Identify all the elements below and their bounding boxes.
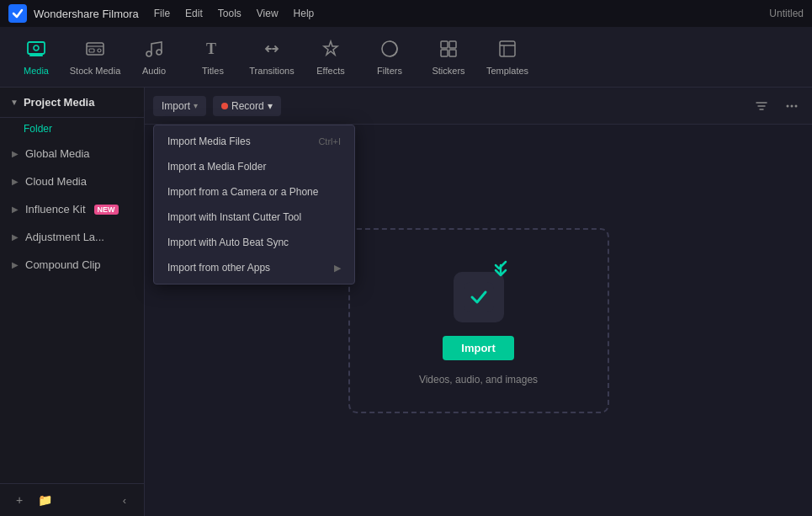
svg-rect-14 (441, 50, 448, 56)
svg-point-19 (795, 104, 798, 107)
import-drop-button[interactable]: Import (443, 336, 513, 360)
filters-icon (379, 39, 400, 62)
sidebar-item-influence-label: Influence Kit (25, 203, 86, 215)
titles-icon: T (203, 39, 223, 62)
templates-icon (497, 39, 517, 62)
tool-titles[interactable]: T Titles (183, 30, 242, 84)
import-dropdown-menu: Import Media Files Ctrl+I Import a Media… (153, 125, 355, 285)
sidebar-item-global-media[interactable]: ▶ Global Media (0, 140, 144, 168)
sidebar-item-adjustment-label: Adjustment La... (25, 231, 104, 243)
svg-rect-3 (29, 55, 43, 56)
tool-media-label: Media (24, 66, 49, 76)
import-camera-phone-item[interactable]: Import from a Camera or a Phone (154, 179, 354, 205)
app-logo (8, 4, 27, 23)
svg-rect-16 (500, 41, 515, 56)
effects-icon (321, 39, 341, 62)
arrow-down-icon (489, 255, 512, 285)
svg-marker-10 (324, 41, 337, 55)
import-button-label: Import (162, 100, 190, 112)
menu-tools[interactable]: Tools (218, 8, 241, 19)
content-toolbar: Import ▾ Record ▾ (145, 88, 812, 125)
svg-rect-12 (441, 41, 448, 48)
tool-filters[interactable]: Filters (360, 30, 419, 84)
sidebar-folder-label[interactable]: Folder (0, 118, 144, 140)
svg-rect-20 (464, 282, 494, 312)
transitions-icon (262, 39, 282, 62)
record-dot-icon (221, 103, 228, 109)
menu-view[interactable]: View (257, 8, 279, 19)
tool-effects-label: Effects (316, 66, 344, 76)
title-bar: Wondershare Filmora File Edit Tools View… (0, 0, 812, 27)
tool-templates-label: Templates (486, 66, 528, 76)
tool-stock-media[interactable]: Stock Media (66, 30, 125, 84)
import-media-files-shortcut: Ctrl+I (318, 136, 341, 146)
more-options-button[interactable] (780, 94, 804, 118)
add-folder-button[interactable]: + (10, 491, 29, 509)
sidebar-item-cloud-media[interactable]: ▶ Cloud Media (0, 168, 144, 195)
svg-point-8 (157, 50, 162, 55)
tool-transitions-label: Transitions (249, 66, 294, 76)
svg-rect-15 (449, 50, 456, 56)
import-other-apps-submenu-arrow: ▶ (334, 263, 341, 274)
svg-rect-1 (28, 42, 45, 54)
record-button[interactable]: Record ▾ (213, 96, 281, 116)
influence-kit-badge: NEW (94, 205, 119, 215)
svg-rect-0 (8, 4, 27, 23)
tool-stickers[interactable]: Stickers (419, 30, 478, 84)
import-instant-cutter-label: Import with Instant Cutter Tool (167, 211, 301, 223)
stickers-icon (438, 39, 459, 62)
app-name: Wondershare Filmora (34, 8, 139, 20)
menu-edit[interactable]: Edit (185, 8, 203, 19)
import-drop-subtitle: Videos, audio, and images (419, 374, 538, 386)
sidebar-item-compound-chevron: ▶ (12, 260, 19, 269)
window-title: Untitled (769, 8, 804, 19)
main-area: ▼ Project Media Folder ▶ Global Media ▶ … (0, 88, 812, 516)
sidebar-header: ▼ Project Media (0, 88, 144, 118)
svg-point-2 (34, 45, 39, 51)
menu-help[interactable]: Help (294, 8, 315, 19)
svg-rect-5 (89, 49, 94, 52)
import-media-folder-label: Import a Media Folder (167, 161, 266, 173)
sidebar-item-adjustment[interactable]: ▶ Adjustment La... (0, 223, 144, 251)
sidebar: ▼ Project Media Folder ▶ Global Media ▶ … (0, 88, 145, 516)
import-other-apps-label: Import from other Apps (167, 262, 270, 274)
tool-audio[interactable]: Audio (125, 30, 183, 84)
sidebar-item-global-chevron: ▶ (12, 149, 19, 158)
record-dropdown-arrow: ▾ (268, 100, 273, 112)
tool-media[interactable]: Media (7, 30, 66, 84)
import-button[interactable]: Import ▾ (153, 96, 206, 116)
sidebar-item-compound-label: Compound Clip (25, 258, 101, 271)
import-other-apps-item[interactable]: Import from other Apps ▶ (154, 255, 354, 280)
sidebar-item-influence-kit[interactable]: ▶ Influence Kit NEW (0, 195, 144, 223)
svg-text:T: T (206, 40, 216, 57)
svg-point-18 (791, 104, 793, 107)
tool-templates[interactable]: Templates (478, 30, 537, 84)
new-folder-button[interactable]: 📁 (35, 491, 54, 509)
svg-point-6 (98, 49, 101, 52)
media-icon (26, 39, 46, 62)
import-auto-beat-item[interactable]: Import with Auto Beat Sync (154, 230, 354, 255)
menu-bar: File Edit Tools View Help (154, 8, 315, 19)
sidebar-item-global-label: Global Media (25, 147, 90, 160)
sidebar-item-compound-clip[interactable]: ▶ Compound Clip (0, 251, 144, 279)
import-dropdown-arrow: ▾ (194, 101, 198, 110)
svg-point-17 (787, 104, 789, 107)
svg-point-7 (146, 51, 151, 56)
sidebar-item-cloud-label: Cloud Media (25, 175, 87, 188)
sidebar-item-cloud-chevron: ▶ (12, 177, 19, 186)
import-auto-beat-label: Import with Auto Beat Sync (167, 237, 289, 248)
import-instant-cutter-item[interactable]: Import with Instant Cutter Tool (154, 205, 354, 230)
sidebar-footer: + 📁 ‹ (0, 483, 144, 516)
import-media-folder-item[interactable]: Import a Media Folder (154, 154, 354, 179)
import-media-files-item[interactable]: Import Media Files Ctrl+I (154, 129, 354, 154)
sidebar-collapse-button[interactable]: ‹ (115, 491, 134, 509)
filter-icon-button[interactable] (750, 94, 773, 118)
tool-effects[interactable]: Effects (301, 30, 360, 84)
tool-stock-label: Stock Media (70, 66, 121, 76)
tool-transitions[interactable]: Transitions (242, 30, 301, 84)
menu-file[interactable]: File (154, 8, 170, 19)
sidebar-header-chevron: ▼ (10, 98, 19, 107)
import-drop-zone[interactable]: Import Videos, audio, and images (348, 228, 609, 413)
record-button-label: Record (231, 100, 264, 112)
content-area: Import ▾ Record ▾ (145, 88, 812, 516)
